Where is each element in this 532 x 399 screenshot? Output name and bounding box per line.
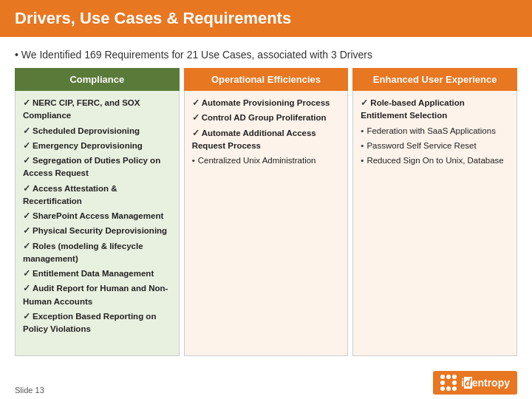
- logo-dots: [440, 375, 457, 391]
- operational-list: Automate Provisioning Process Control AD…: [192, 97, 341, 167]
- logo-dot: [440, 375, 445, 379]
- list-item: Roles (modeling & lifecycle management): [23, 240, 171, 266]
- bullet-dot: •: [15, 49, 21, 61]
- logo-dot: [452, 381, 457, 385]
- compliance-list: NERC CIP, FERC, and SOX Compliance Sched…: [23, 97, 171, 335]
- slide-title: Drivers, Use Cases & Requirements: [15, 9, 517, 28]
- logo-dot: [446, 375, 451, 379]
- enhanced-body: Role-based Application Entitlement Selec…: [352, 91, 517, 356]
- compliance-column: Compliance NERC CIP, FERC, and SOX Compl…: [15, 68, 180, 356]
- list-item: Physical Security Deprovisioning: [23, 225, 171, 237]
- operational-column: Operational Efficiencies Automate Provis…: [184, 68, 349, 356]
- logo-d: d: [464, 377, 472, 389]
- enhanced-list: Role-based Application Entitlement Selec…: [361, 97, 509, 167]
- logo-box: identropy: [433, 371, 517, 395]
- operational-body: Automate Provisioning Process Control AD…: [184, 91, 349, 356]
- logo-dot: [452, 386, 457, 391]
- logo-text: identropy: [461, 377, 510, 389]
- list-item: NERC CIP, FERC, and SOX Compliance: [23, 97, 171, 123]
- list-item: Password Self Service Reset: [361, 140, 509, 152]
- list-item: Automate Provisioning Process: [192, 97, 341, 109]
- list-item: Reduced Sign On to Unix, Database: [361, 154, 509, 167]
- list-item: Emergency Deprovisioning: [23, 140, 171, 152]
- list-item: Scheduled Deprovisioning: [23, 125, 171, 137]
- list-item: Entitlement Data Management: [23, 267, 171, 280]
- slide-header: Drivers, Use Cases & Requirements: [0, 0, 532, 37]
- logo-dot: [452, 375, 457, 379]
- enhanced-header: Enhanced User Experience: [352, 68, 517, 91]
- list-item: Federation with SaaS Applications: [361, 125, 509, 137]
- list-item: Control AD Group Proliferation: [192, 112, 341, 124]
- slide-label: Slide 13: [15, 386, 44, 395]
- columns-wrapper: Compliance NERC CIP, FERC, and SOX Compl…: [0, 68, 532, 356]
- logo-area: identropy: [433, 371, 517, 395]
- list-item: Segregation of Duties Policy on Access R…: [23, 154, 171, 180]
- compliance-header: Compliance: [15, 68, 180, 91]
- operational-header: Operational Efficiencies: [184, 68, 349, 91]
- list-item: Audit Report for Human and Non-Human Acc…: [23, 282, 171, 308]
- list-item: Exception Based Reporting on Policy Viol…: [23, 310, 171, 336]
- logo-dot: [440, 381, 445, 385]
- list-item: Centralized Unix Administration: [192, 154, 341, 167]
- intro-text: • We Identified 169 Requirements for 21 …: [0, 44, 532, 68]
- enhanced-column: Enhanced User Experience Role-based Appl…: [352, 68, 517, 356]
- list-item: Role-based Application Entitlement Selec…: [361, 97, 509, 123]
- logo-dot: [440, 386, 445, 391]
- list-item: Automate Additional Access Request Proce…: [192, 127, 341, 153]
- logo-dot: [446, 381, 451, 385]
- logo-dot: [446, 386, 451, 391]
- slide-container: Drivers, Use Cases & Requirements • We I…: [0, 0, 532, 399]
- list-item: SharePoint Access Management: [23, 210, 171, 222]
- list-item: Access Attestation & Recertification: [23, 183, 171, 208]
- compliance-body: NERC CIP, FERC, and SOX Compliance Sched…: [15, 91, 180, 356]
- footer: Slide 13: [15, 386, 44, 395]
